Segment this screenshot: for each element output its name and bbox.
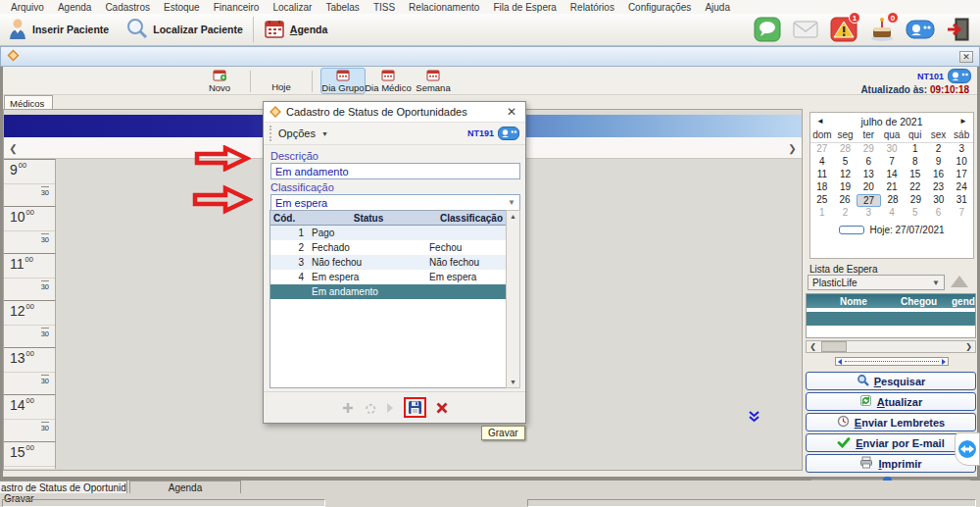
- atualizar-button[interactable]: Atualizar: [806, 392, 976, 411]
- calendar-date[interactable]: 26: [833, 194, 856, 207]
- scroll-right-icon[interactable]: ❯: [785, 140, 800, 156]
- classificacao-select[interactable]: Em espera ▼: [270, 194, 520, 211]
- scrollbar-thumb[interactable]: [821, 341, 847, 352]
- scroll-right-icon[interactable]: ❯: [962, 341, 975, 352]
- calendar-date[interactable]: 20: [857, 181, 880, 194]
- calendar-date[interactable]: 13: [857, 169, 880, 181]
- table-row-selected[interactable]: Em andamento: [270, 284, 506, 299]
- tab-status-opportunities[interactable]: astro de Status de Oportunid: [0, 481, 127, 493]
- calendar-date[interactable]: 11: [810, 169, 834, 181]
- remote-support-icon[interactable]: [955, 432, 980, 466]
- calendar-date[interactable]: 21: [880, 181, 904, 194]
- contacts-chat-icon[interactable]: [948, 69, 971, 83]
- menu-item[interactable]: Estoque: [157, 2, 207, 13]
- waitlist-zoom-control[interactable]: [835, 357, 949, 366]
- calendar-date[interactable]: 27: [810, 143, 834, 156]
- calendar-date[interactable]: 8: [904, 156, 927, 169]
- calendar-date[interactable]: 17: [950, 169, 973, 181]
- calendar-date[interactable]: 12: [834, 169, 858, 181]
- calendar-date[interactable]: 19: [834, 181, 858, 194]
- menu-item[interactable]: Relatórios: [564, 2, 621, 13]
- calendar-date[interactable]: 27: [857, 194, 881, 207]
- new-appointment-button[interactable]: Novo: [197, 68, 242, 94]
- table-row[interactable]: 4Em esperaEm espera: [270, 270, 506, 284]
- calendar-date[interactable]: 4: [810, 156, 834, 169]
- table-row[interactable]: 3Não fechouNão fechou: [270, 255, 506, 270]
- calendar-date[interactable]: 22: [904, 181, 927, 194]
- table-row[interactable]: 1Pago: [270, 226, 506, 240]
- enviar-por-e-mail-button[interactable]: Enviar por E-mail: [806, 433, 976, 452]
- calendar-date[interactable]: 6: [857, 156, 880, 169]
- calendar-date[interactable]: 25: [810, 194, 833, 207]
- menu-item[interactable]: Configurações: [621, 2, 698, 13]
- menu-item[interactable]: Financeiro: [207, 2, 267, 13]
- waitlist-selected-row[interactable]: [807, 312, 975, 326]
- calendar-date[interactable]: 30: [927, 194, 950, 207]
- calendar-date[interactable]: 29: [905, 194, 927, 207]
- scroll-left-icon[interactable]: ❮: [807, 341, 819, 352]
- next-record-icon[interactable]: [386, 402, 395, 414]
- menu-item[interactable]: TISS: [367, 2, 402, 13]
- calendar-today-row[interactable]: Hoje: 27/07/2021: [810, 222, 973, 237]
- scroll-left-icon[interactable]: ❮: [6, 140, 21, 156]
- scroll-down-icon[interactable]: ▼: [510, 377, 516, 387]
- day-group-view-button[interactable]: Dia Grupo: [320, 68, 366, 94]
- collapse-up-icon[interactable]: [951, 276, 968, 287]
- menu-item[interactable]: Localizar: [266, 2, 318, 13]
- options-menu-button[interactable]: Opções▼: [278, 127, 328, 139]
- menu-item[interactable]: Ajuda: [698, 2, 737, 13]
- scroll-up-icon[interactable]: ▲: [510, 211, 516, 222]
- agenda-button[interactable]: Agenda: [256, 14, 336, 45]
- delete-icon[interactable]: [435, 401, 449, 415]
- menu-item[interactable]: Relacionamento: [402, 2, 486, 13]
- refresh-disabled-icon[interactable]: [364, 401, 377, 415]
- descricao-input[interactable]: Em andamento: [270, 163, 520, 179]
- week-view-button[interactable]: Semana: [411, 68, 456, 94]
- calendar-date[interactable]: 24: [950, 181, 973, 194]
- locate-patient-button[interactable]: Localizar Paciente: [117, 14, 251, 45]
- calendar-date[interactable]: 23: [927, 181, 951, 194]
- exit-icon[interactable]: [941, 15, 976, 44]
- menu-item[interactable]: Fila de Espera: [486, 2, 563, 13]
- chat-icon[interactable]: [750, 15, 785, 44]
- menu-item[interactable]: Arquivo: [4, 2, 51, 13]
- calendar-date[interactable]: 28: [881, 194, 904, 207]
- menu-item[interactable]: Cadastros: [98, 2, 157, 13]
- dialog-close-button[interactable]: ✕: [504, 105, 519, 119]
- menu-item[interactable]: Agenda: [51, 2, 98, 13]
- calendar-date[interactable]: 6: [927, 207, 951, 220]
- today-button[interactable]: Hoje: [259, 68, 304, 94]
- insert-patient-button[interactable]: Inserir Paciente: [0, 14, 117, 45]
- tab-agenda[interactable]: Agenda: [129, 481, 241, 493]
- calendar-date[interactable]: 4: [880, 207, 904, 220]
- calendar-next-icon[interactable]: ►: [959, 117, 967, 126]
- calendar-date[interactable]: 10: [950, 156, 973, 169]
- calendar-date[interactable]: 7: [880, 156, 904, 169]
- calendar-date[interactable]: 29: [857, 143, 880, 156]
- save-icon[interactable]: [408, 400, 422, 415]
- add-icon[interactable]: [341, 401, 355, 415]
- alert-icon[interactable]: 1: [826, 15, 861, 44]
- calendar-date[interactable]: 18: [810, 181, 834, 194]
- calendar-date[interactable]: 16: [927, 169, 951, 181]
- contacts-chat-icon[interactable]: [498, 127, 519, 140]
- mdi-close-button[interactable]: ✕: [959, 51, 973, 63]
- calendar-date[interactable]: 1: [810, 207, 834, 220]
- birthday-cake-icon[interactable]: 0: [864, 15, 900, 44]
- calendar-date[interactable]: 30: [880, 143, 904, 156]
- menu-item[interactable]: Tabelas: [318, 2, 366, 13]
- calendar-date[interactable]: 28: [834, 143, 858, 156]
- status-table-vscrollbar[interactable]: ▲ ▼: [506, 210, 520, 388]
- table-row[interactable]: 2FechadoFechou: [270, 240, 506, 255]
- calendar-date[interactable]: 2: [927, 143, 951, 156]
- calendar-date[interactable]: 7: [950, 207, 973, 220]
- calendar-date[interactable]: 1: [904, 143, 927, 156]
- waitlist-select[interactable]: PlasticLife ▼: [808, 275, 945, 290]
- calendar-date[interactable]: 2: [834, 207, 858, 220]
- pesquisar-button[interactable]: Pesquisar: [806, 372, 976, 390]
- calendar-date[interactable]: 3: [950, 143, 973, 156]
- calendar-date[interactable]: 3: [857, 207, 880, 220]
- calendar-date[interactable]: 9: [927, 156, 951, 169]
- calendar-date[interactable]: 5: [904, 207, 927, 220]
- calendar-prev-icon[interactable]: ◄: [816, 117, 824, 126]
